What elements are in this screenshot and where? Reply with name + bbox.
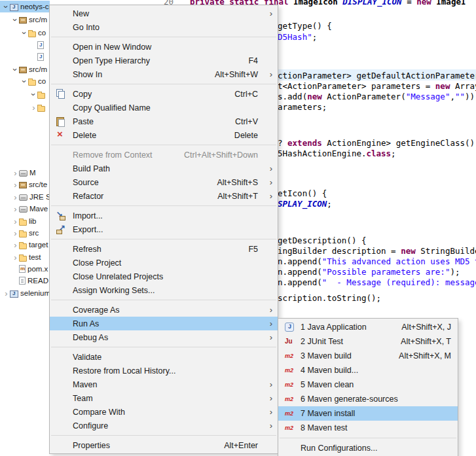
tree-item-node[interactable]: › xyxy=(0,101,50,113)
menu-item-restore-from-local-history[interactable]: Restore from Local History... xyxy=(50,364,278,377)
code-segment: ImageIcon xyxy=(293,0,342,7)
menu-item-label: Open in New Window xyxy=(73,43,258,52)
tree-item-mave[interactable]: ›Mave xyxy=(0,203,50,215)
package-explorer: ›neotys-cu›src/m›co›src/m›co›››M›src/te›… xyxy=(0,0,50,456)
menu-separator xyxy=(51,84,276,84)
tree-item-jre-sy[interactable]: ›JRE Sy xyxy=(0,191,50,203)
tree-item-read[interactable]: READ xyxy=(0,275,50,287)
m2-icon xyxy=(284,379,295,390)
menu-item-properties[interactable]: PropertiesAlt+Enter xyxy=(50,438,278,452)
menu-item-7-maven-install[interactable]: 7 Maven install xyxy=(278,406,458,421)
menu-item-remove-from-context[interactable]: Remove from ContextCtrl+Alt+Shift+Down xyxy=(50,148,278,162)
menu-item-configure[interactable]: Configure› xyxy=(50,419,278,432)
import-icon xyxy=(56,211,66,221)
menu-item-label: Refactor xyxy=(73,192,204,201)
menu-item-import[interactable]: Import... xyxy=(50,209,278,222)
menu-item-4-maven-build[interactable]: 4 Maven build... xyxy=(278,363,458,377)
tree-item-node[interactable] xyxy=(0,39,50,51)
menu-item-maven[interactable]: Maven› xyxy=(50,377,278,391)
tree-item-node[interactable] xyxy=(0,51,50,63)
tree-item-co[interactable]: ›co xyxy=(0,27,50,39)
submenu-arrow-icon: › xyxy=(270,69,272,79)
menu-item-close-project[interactable]: Close Project xyxy=(50,256,278,270)
menu-item-label: Open Type Hierarchy xyxy=(73,56,235,65)
menu-item-export[interactable]: Export... xyxy=(50,222,278,236)
submenu-arrow-icon: › xyxy=(270,177,272,187)
menu-item-refactor[interactable]: RefactorAlt+Shift+T› xyxy=(50,189,278,203)
chevron-collapsed-icon[interactable]: › xyxy=(12,193,19,202)
code-segment: ActionEngine> getEngineClass() { xyxy=(322,138,476,148)
submenu-arrow-icon: › xyxy=(270,319,272,328)
code-segment: getDescription() { xyxy=(278,236,366,245)
tree-item-pom-x[interactable]: pom.x xyxy=(0,263,50,275)
menu-item-source[interactable]: SourceAlt+Shift+S› xyxy=(50,175,278,189)
tree-item-selenium[interactable]: ›selenium xyxy=(0,287,50,299)
menu-item-compare-with[interactable]: Compare With› xyxy=(50,405,278,419)
menu-item-refresh[interactable]: RefreshF5 xyxy=(50,242,278,256)
tree-item-src-m[interactable]: ›src/m xyxy=(0,14,50,26)
menu-item-copy[interactable]: CopyCtrl+C xyxy=(50,87,278,101)
menu-item-shortcut: Alt+Shift+S xyxy=(217,178,258,187)
submenu-arrow-icon: › xyxy=(270,164,272,173)
menu-item-label: Copy xyxy=(73,90,221,99)
chevron-collapsed-icon[interactable]: › xyxy=(3,289,10,298)
menu-item-close-unrelated-projects[interactable]: Close Unrelated Projects xyxy=(50,270,278,283)
menu-item-5-maven-clean[interactable]: 5 Maven clean xyxy=(278,377,458,392)
tree-item-test[interactable]: ›test xyxy=(0,251,50,263)
chevron-collapsed-icon[interactable]: › xyxy=(12,229,19,237)
tree-item-target[interactable]: ›target xyxy=(0,239,50,251)
tree-item-src-te[interactable]: ›src/te xyxy=(0,179,50,190)
menu-item-open-in-new-window[interactable]: Open in New Window xyxy=(50,40,278,54)
menu-item-label: Go Into xyxy=(73,23,258,32)
menu-item-1-java-application[interactable]: 1 Java ApplicationAlt+Shift+X, J xyxy=(278,320,458,334)
menu-item-assign-working-sets[interactable]: Assign Working Sets... xyxy=(50,283,278,297)
chevron-collapsed-icon[interactable]: › xyxy=(12,169,19,177)
menu-item-team[interactable]: Team› xyxy=(50,391,278,405)
chevron-collapsed-icon[interactable]: › xyxy=(12,181,19,189)
menu-item-6-maven-generate-sources[interactable]: 6 Maven generate-sources xyxy=(278,392,458,406)
chevron-collapsed-icon[interactable]: › xyxy=(12,253,19,262)
code-segment: n.append( xyxy=(278,267,322,277)
menu-item-run-configurations[interactable]: Run Configurations... xyxy=(278,441,458,455)
menu-item-show-in[interactable]: Show InAlt+Shift+W› xyxy=(50,67,278,81)
code-segment: , xyxy=(450,92,455,101)
tree-item-neotys-cu[interactable]: ›neotys-cu xyxy=(0,1,50,12)
menu-item-paste[interactable]: PasteCtrl+V xyxy=(50,114,278,128)
menu-item-validate[interactable]: Validate xyxy=(50,350,278,364)
code-segment: ingBuilder description = xyxy=(278,246,401,256)
menu-item-label: Run Configurations... xyxy=(301,444,451,453)
chevron-collapsed-icon[interactable]: › xyxy=(12,205,19,213)
java-file-icon xyxy=(37,53,44,61)
tree-item-src-m[interactable]: ›src/m xyxy=(0,63,50,75)
chevron-collapsed-icon[interactable]: › xyxy=(12,241,19,249)
menu-item-go-into[interactable]: Go Into xyxy=(50,20,278,34)
menu-item-label: Delete xyxy=(73,131,221,140)
menu-item-build-path[interactable]: Build Path› xyxy=(50,162,278,175)
menu-item-shortcut: Ctrl+Alt+Shift+Down xyxy=(184,150,258,160)
menu-item-debug-as[interactable]: Debug As› xyxy=(50,330,278,344)
menu-item-coverage-as[interactable]: Coverage As› xyxy=(50,303,278,317)
menu-item-label: Build Path xyxy=(73,164,258,173)
library-icon xyxy=(19,194,27,201)
code-segment: s.add( xyxy=(278,92,307,101)
tree-item-label: target xyxy=(29,241,48,249)
code-segment: new xyxy=(416,0,431,7)
menu-item-open-type-hierarchy[interactable]: Open Type HierarchyF4 xyxy=(50,54,278,67)
menu-item-3-maven-build[interactable]: 3 Maven buildAlt+Shift+X, M xyxy=(278,349,458,363)
tree-item-m[interactable]: ›M xyxy=(0,167,50,179)
menu-item-delete[interactable]: DeleteDelete xyxy=(50,128,278,142)
code-segment: "Possible parameters are:" xyxy=(322,267,450,277)
menu-item-2-junit-test[interactable]: 2 JUnit TestAlt+Shift+X, T xyxy=(278,334,458,349)
tree-item-src[interactable]: ›src xyxy=(0,227,50,239)
submenu-arrow-icon: › xyxy=(270,393,272,403)
tree-item-node[interactable]: › xyxy=(0,88,50,100)
chevron-collapsed-icon[interactable]: › xyxy=(30,103,37,112)
tree-item-lib[interactable]: ›lib xyxy=(0,215,50,227)
chevron-collapsed-icon[interactable]: › xyxy=(12,217,19,226)
tree-item-co[interactable]: ›co xyxy=(0,75,50,87)
menu-item-new[interactable]: New› xyxy=(50,7,278,20)
menu-item-run-as[interactable]: Run As› xyxy=(50,317,278,330)
menu-item-copy-qualified-name[interactable]: Copy Qualified Name xyxy=(50,101,278,114)
menu-item-8-maven-test[interactable]: 8 Maven test xyxy=(278,421,458,435)
tree-item-label: READ xyxy=(27,277,48,285)
